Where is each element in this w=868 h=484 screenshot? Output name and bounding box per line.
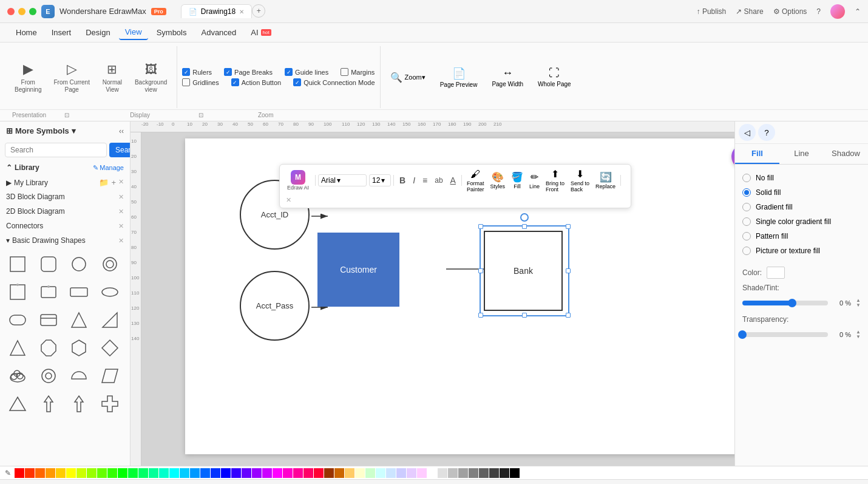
shade-slider-thumb[interactable]	[788, 299, 796, 307]
shape-semicircle[interactable]	[66, 363, 92, 389]
color-swatch[interactable]	[407, 468, 416, 478]
font-selector[interactable]: Arial ▾	[318, 174, 367, 186]
background-view-button[interactable]: 🖼 Backgroundview	[130, 58, 172, 96]
shape-octagon[interactable]	[36, 335, 61, 361]
picture-texture-option[interactable]: Picture or texture fill	[742, 244, 861, 258]
color-swatch[interactable]	[25, 468, 35, 478]
shape-triangle3[interactable]	[5, 391, 30, 417]
menu-home[interactable]: Home	[10, 26, 43, 39]
solid-fill-option[interactable]: Solid fill	[742, 185, 861, 200]
gridlines-checkbox[interactable]: Gridlines	[182, 78, 219, 86]
shape-arrow2[interactable]	[66, 391, 92, 417]
color-swatch[interactable]	[46, 468, 55, 478]
shape-rect-rounded[interactable]	[36, 251, 61, 277]
2d-block-close-icon[interactable]: ✕	[118, 208, 124, 216]
close-dot[interactable]	[7, 8, 15, 15]
more-symbols-button[interactable]: ⊞ More Symbols ▾	[6, 126, 76, 135]
share-button[interactable]: ↗ Share	[736, 7, 763, 16]
shape-circle[interactable]	[66, 251, 92, 277]
color-swatch[interactable]	[510, 468, 520, 478]
line-button[interactable]: ✏ Line	[527, 170, 542, 191]
shape-cloud[interactable]	[5, 363, 30, 389]
zoom-button[interactable]: 🔍 Zoom▾	[385, 69, 430, 86]
basic-shapes-close-icon[interactable]: ✕	[118, 237, 124, 245]
color-swatch[interactable]	[417, 468, 427, 478]
bank-shape[interactable]: Bank	[484, 231, 563, 311]
color-swatch[interactable]	[500, 468, 509, 478]
format-painter-button[interactable]: 🖌 FormatPainter	[464, 168, 487, 194]
shape-ring[interactable]	[97, 251, 123, 277]
search-input[interactable]	[5, 143, 107, 157]
color-swatch[interactable]	[138, 468, 148, 478]
color-swatch[interactable]	[489, 468, 499, 478]
normal-view-button[interactable]: ⊞ NormalView	[97, 58, 127, 96]
menu-ai[interactable]: AI hot	[245, 26, 277, 39]
color-swatch[interactable]	[190, 468, 200, 478]
shape-oval-wide[interactable]	[97, 279, 123, 305]
color-swatch[interactable]	[469, 468, 478, 478]
shape-stadium[interactable]	[5, 307, 30, 333]
color-swatch[interactable]	[231, 468, 241, 478]
menu-design[interactable]: Design	[80, 26, 116, 39]
no-fill-option[interactable]: No fill	[742, 171, 861, 185]
color-swatch[interactable]	[118, 468, 127, 478]
margins-checkbox[interactable]: Margins	[341, 68, 375, 76]
color-swatch[interactable]	[314, 468, 324, 478]
shape-arrow-up[interactable]	[36, 391, 61, 417]
text-button[interactable]: ab	[432, 174, 446, 186]
color-swatch[interactable]	[479, 468, 489, 478]
color-swatch[interactable]	[97, 468, 107, 478]
shape-diamond[interactable]	[97, 335, 123, 361]
rotate-handle[interactable]	[520, 213, 529, 222]
font-color-button[interactable]: A	[447, 174, 459, 187]
drawing-tab[interactable]: 📄 Drawing18 ✕	[181, 4, 252, 18]
color-swatch[interactable]	[386, 468, 396, 478]
transparency-slider-track[interactable]	[742, 332, 828, 337]
edraw-ai-button[interactable]: M Edraw AI	[283, 168, 313, 193]
collapse-button[interactable]: ⌃	[855, 7, 861, 16]
shade-spinner[interactable]: ▲ ▼	[856, 298, 861, 308]
align-button[interactable]: ≡	[419, 174, 430, 187]
canvas-scroll[interactable]: 10 20 30 40 50 60 70 80 90 100 110 120 1…	[131, 132, 734, 466]
shape-right-triangle[interactable]	[97, 307, 123, 333]
whole-page-button[interactable]: ⛶ Whole Page	[533, 64, 575, 90]
bring-to-front-button[interactable]: ⬆ Bring toFront	[543, 167, 567, 194]
expand-icon-presentation[interactable]: ⊡	[64, 112, 69, 118]
color-picker-box[interactable]	[767, 267, 785, 279]
tab-close-icon[interactable]: ✕	[239, 9, 244, 15]
fill-button[interactable]: 🪣 Fill	[509, 170, 526, 191]
color-swatch[interactable]	[458, 468, 468, 478]
options-button[interactable]: ⚙ Options	[773, 7, 807, 16]
color-swatch[interactable]	[56, 468, 66, 478]
color-swatch[interactable]	[334, 468, 344, 478]
expand-icon-display[interactable]: ⊡	[198, 112, 203, 118]
color-swatch[interactable]	[345, 468, 354, 478]
maximize-dot[interactable]	[29, 8, 36, 15]
manage-button[interactable]: ✎ Manage	[93, 164, 124, 172]
quick-connection-checkbox[interactable]: ✓ Quick Connection Mode	[293, 78, 375, 86]
styles-button[interactable]: 🎨 Styles	[487, 170, 507, 191]
color-swatch[interactable]	[76, 468, 86, 478]
tab-shadow[interactable]: Shadow	[824, 144, 868, 164]
page-width-button[interactable]: ↔ Page Width	[487, 64, 528, 90]
from-current-page-button[interactable]: ▷ From CurrentPage	[49, 58, 94, 96]
color-swatch[interactable]	[221, 468, 231, 478]
menu-symbols[interactable]: Symbols	[151, 26, 193, 39]
shade-slider-track[interactable]	[742, 301, 828, 305]
new-folder-icon[interactable]: 📁	[99, 178, 109, 187]
my-library-title[interactable]: ▶ My Library	[6, 179, 48, 187]
color-swatch[interactable]	[252, 468, 262, 478]
shape-wide-rect[interactable]	[66, 279, 92, 305]
color-swatch[interactable]	[159, 468, 169, 478]
help-button[interactable]: ?	[816, 7, 821, 16]
close-icon[interactable]: ✕	[118, 178, 124, 187]
guide-lines-checkbox[interactable]: ✓ Guide lines	[285, 68, 328, 76]
right-panel-help-button[interactable]: ?	[758, 124, 775, 141]
shape-triangle2[interactable]	[5, 335, 30, 361]
shape-rect[interactable]	[5, 251, 30, 277]
connectors-section[interactable]: Connectors ✕	[0, 219, 130, 233]
add-icon[interactable]: +	[111, 178, 116, 187]
basic-shapes-section[interactable]: ▾ Basic Drawing Shapes ✕	[0, 233, 130, 248]
2d-block-section[interactable]: 2D Block Diagram ✕	[0, 204, 130, 219]
replace-button[interactable]: 🔄 Replace	[593, 170, 618, 191]
